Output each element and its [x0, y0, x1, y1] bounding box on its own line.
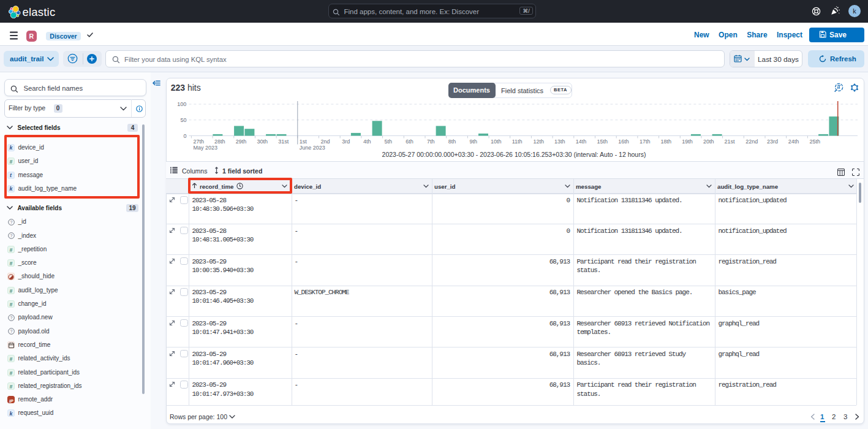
svg-text:14th: 14th	[576, 139, 587, 145]
svg-text:11th: 11th	[512, 139, 523, 145]
svg-text:28th: 28th	[214, 139, 225, 145]
svg-text:3rd: 3rd	[342, 139, 350, 145]
svg-text:24th: 24th	[788, 139, 799, 145]
svg-text:9th: 9th	[469, 139, 477, 145]
svg-text:13th: 13th	[554, 139, 565, 145]
svg-text:23rd: 23rd	[767, 139, 778, 145]
svg-text:16th: 16th	[618, 139, 629, 145]
svg-text:?: ?	[10, 329, 12, 333]
svg-text:May 2023: May 2023	[193, 145, 217, 151]
svg-text:27th: 27th	[193, 139, 204, 145]
svg-text:June 2023: June 2023	[300, 145, 325, 151]
svg-text:21st: 21st	[725, 139, 736, 145]
svg-text:2nd: 2nd	[321, 139, 330, 145]
svg-text:12th: 12th	[533, 139, 544, 145]
svg-text:15th: 15th	[597, 139, 608, 145]
svg-text:17th: 17th	[640, 139, 651, 145]
svg-text:18th: 18th	[661, 139, 672, 145]
svg-text:0: 0	[183, 133, 186, 139]
svg-text:?: ?	[10, 220, 12, 224]
svg-text:29th: 29th	[236, 139, 247, 145]
svg-text:30th: 30th	[257, 139, 268, 145]
svg-text:6th: 6th	[406, 139, 413, 145]
svg-text:?: ?	[10, 316, 12, 320]
svg-text:4th: 4th	[363, 139, 371, 145]
svg-text:19th: 19th	[682, 139, 693, 145]
svg-text:50: 50	[180, 117, 186, 123]
svg-text:31st: 31st	[278, 139, 289, 145]
svg-text:7th: 7th	[427, 139, 435, 145]
svg-text:8th: 8th	[448, 139, 456, 145]
svg-text:1st: 1st	[300, 139, 308, 145]
svg-text:100: 100	[177, 101, 186, 107]
svg-text:5th: 5th	[385, 139, 393, 145]
svg-text:10th: 10th	[491, 139, 502, 145]
svg-text:22nd: 22nd	[745, 139, 758, 145]
svg-text:20th: 20th	[703, 139, 714, 145]
svg-text:25th: 25th	[809, 139, 820, 145]
svg-text:?: ?	[10, 233, 12, 238]
